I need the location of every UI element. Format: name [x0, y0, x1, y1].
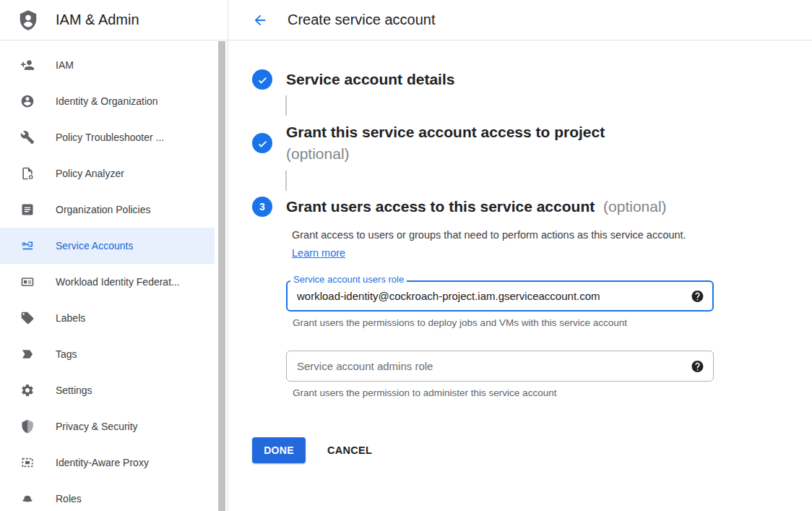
sidebar-item-label: Settings	[56, 385, 92, 396]
sidebar-item-policy-troubleshooter[interactable]: Policy Troubleshooter ...	[0, 119, 215, 155]
optional-label: (optional)	[286, 143, 605, 165]
sidebar-item-label: Workload Identity Federat...	[56, 276, 180, 288]
form-actions: DONE CANCEL	[252, 437, 812, 463]
step-number-badge: 3	[252, 197, 272, 217]
sidebar-item-identity-aware-proxy[interactable]: Identity-Aware Proxy	[0, 445, 215, 481]
sidebar-item-identity-organization[interactable]: Identity & Organization	[0, 83, 215, 119]
sidebar-item-label: Labels	[56, 312, 85, 324]
wrench-icon	[20, 130, 35, 145]
service-account-admins-role-input[interactable]	[286, 351, 714, 382]
sidebar-item-organization-policies[interactable]: Organization Policies	[0, 192, 215, 228]
step-title: Grant this service account access to pro…	[286, 121, 605, 165]
back-button[interactable]	[251, 12, 269, 29]
check-circle-icon	[252, 133, 272, 153]
main-panel: Create service account Service account d…	[228, 0, 812, 511]
step-description: Grant access to users or groups that nee…	[292, 226, 694, 262]
done-button[interactable]: DONE	[252, 437, 306, 463]
label-tag-icon	[20, 311, 35, 325]
sidebar-item-label: Tags	[56, 348, 77, 360]
page-title: Create service account	[288, 12, 436, 28]
sidebar-item-roles[interactable]: Roles	[0, 481, 215, 511]
roles-hat-icon	[20, 491, 35, 506]
service-accounts-key-icon	[20, 239, 35, 253]
main-body: Service account details Grant this servi…	[228, 40, 812, 463]
sidebar-item-workload-identity-federation[interactable]: Workload Identity Federat...	[0, 264, 215, 300]
step-1-service-account-details: Service account details	[252, 69, 812, 90]
cancel-button[interactable]: CANCEL	[327, 445, 372, 456]
sidebar-item-settings[interactable]: Settings	[0, 372, 215, 408]
step-title: Service account details	[286, 69, 454, 90]
help-icon[interactable]	[691, 359, 704, 373]
app-window: IAM & Admin IAM Identity & Organization …	[0, 0, 812, 511]
stepper-connector	[285, 171, 287, 191]
sidebar-item-labels[interactable]: Labels	[0, 300, 215, 336]
step-2-grant-access-to-project: Grant this service account access to pro…	[252, 121, 812, 165]
sidebar-item-label: Service Accounts	[56, 240, 133, 252]
policy-analyzer-doc-icon	[20, 166, 35, 181]
sidebar-item-policy-analyzer[interactable]: Policy Analyzer	[0, 155, 215, 192]
person-add-icon	[20, 58, 35, 72]
product-title: IAM & Admin	[56, 12, 139, 28]
tag-arrow-icon	[20, 347, 35, 361]
main-header: Create service account	[228, 0, 812, 40]
service-account-users-role-field: Service account users role	[286, 280, 714, 312]
sidebar-scrollbar-thumb[interactable]	[218, 41, 225, 511]
sidebar-item-iam[interactable]: IAM	[0, 47, 215, 83]
sidebar-item-label: Privacy & Security	[56, 421, 138, 432]
optional-label: (optional)	[603, 198, 667, 215]
sidebar-item-label: Roles	[56, 493, 82, 504]
arrow-back-icon	[252, 12, 268, 28]
field-helper-text: Grant users the permission to administer…	[293, 387, 812, 398]
sidebar-item-label: Identity-Aware Proxy	[56, 457, 149, 468]
sidebar: IAM & Admin IAM Identity & Organization …	[0, 0, 228, 511]
account-circle-icon	[20, 94, 35, 108]
sidebar-item-service-accounts[interactable]: Service Accounts	[0, 228, 215, 264]
gear-icon	[20, 383, 35, 398]
sidebar-item-privacy-security[interactable]: Privacy & Security	[0, 408, 215, 445]
step-3-grant-users-access: 3 Grant users access to this service acc…	[252, 197, 812, 217]
step-3-content: Grant access to users or groups that nee…	[286, 226, 812, 398]
field-floating-label: Service account users role	[290, 274, 407, 285]
check-circle-icon	[252, 69, 272, 90]
sidebar-item-label: Policy Troubleshooter ...	[56, 132, 164, 143]
identity-aware-proxy-icon	[20, 455, 35, 470]
stepper-connector	[285, 95, 287, 116]
sidebar-item-label: Organization Policies	[56, 204, 151, 215]
workload-identity-card-icon	[20, 275, 35, 289]
sidebar-item-label: IAM	[56, 59, 74, 71]
sidebar-header: IAM & Admin	[0, 0, 228, 40]
service-account-admins-role-field	[286, 351, 714, 382]
help-icon[interactable]	[691, 289, 704, 303]
sidebar-item-label: Identity & Organization	[56, 95, 158, 107]
org-policies-article-icon	[20, 202, 35, 217]
field-helper-text: Grant users the permissions to deploy jo…	[293, 317, 812, 328]
privacy-shield-icon	[20, 419, 35, 434]
sidebar-item-label: Policy Analyzer	[56, 168, 124, 179]
learn-more-link[interactable]: Learn more	[292, 247, 345, 259]
sidebar-item-tags[interactable]: Tags	[0, 336, 215, 372]
iam-shield-logo-icon	[17, 9, 39, 31]
step-title: Grant users access to this service accou…	[286, 197, 667, 217]
service-account-users-role-input[interactable]	[286, 280, 714, 312]
sidebar-nav: IAM Identity & Organization Policy Troub…	[0, 40, 228, 511]
